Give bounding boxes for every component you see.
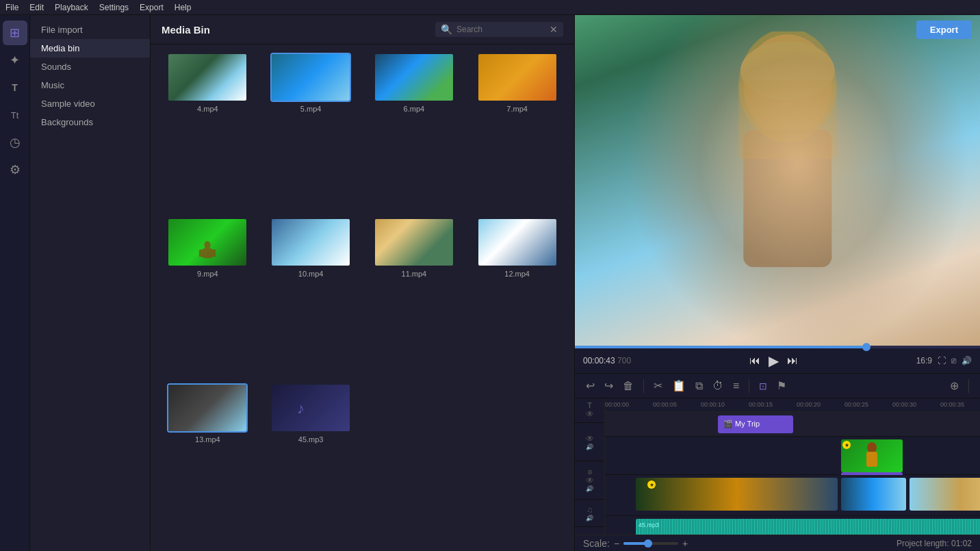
video-clip-group1[interactable] [636,478,838,511]
preview-skip-forward-button[interactable]: ⏭ [787,355,798,367]
svg-rect-9 [738,81,836,159]
svg-point-10 [867,442,877,453]
media-item-13[interactable]: 13.mp4 [159,383,257,543]
toolbar-separator-2 [749,379,749,393]
panel-item-music[interactable]: Music [30,76,150,94]
paste-button[interactable]: 📋 [669,378,688,394]
title-clip-my-trip[interactable]: 🎬 My Trip [718,415,793,433]
ruler-30: 00:00:30 [892,401,916,408]
trim-button[interactable]: ⧉ [693,379,706,394]
menu-help[interactable]: Help [175,3,192,12]
menu-playback[interactable]: Playback [55,3,88,12]
preview-right-controls: 16:9 ⛶ ⎚ 🔊 [916,356,972,366]
align-button[interactable]: ≡ [730,379,742,394]
preview-time: 00:00:43 700 [583,356,631,366]
sidebar-icon-effects[interactable]: ✦ [3,48,27,73]
media-item-12[interactable]: 12.mp4 [468,218,566,377]
media-label-10: 10.mp4 [298,270,324,278]
preview-panel: Export [575,15,980,373]
project-length-label: Project length: [897,539,949,548]
video-clip-group1-inner [636,478,838,511]
media-item-10[interactable]: 10.mp4 [262,218,360,377]
media-label-9: 9.mp4 [197,270,218,278]
scale-slider[interactable] [623,542,678,545]
svg-rect-2 [199,250,204,257]
panel-item-file-import[interactable]: File import [30,21,150,39]
menu-bar: File Edit Playback Settings Export Help [0,0,980,15]
preview-frames: 700 [617,356,631,366]
search-bar: 🔍 ✕ [435,22,563,37]
timeline-area: ↩ ↪ 🗑 ✂ 📋 ⧉ ⏱ ≡ ⊡ ⚑ ⊕ [575,373,980,551]
media-item-11[interactable]: 11.mp4 [365,218,463,377]
menu-file[interactable]: File [5,3,18,12]
media-label-11: 11.mp4 [402,270,427,278]
svg-rect-3 [211,250,216,257]
delete-button[interactable]: 🗑 [620,379,636,394]
overlay-button[interactable]: ⊡ [756,379,770,393]
media-item-4[interactable]: 4.mp4 [159,53,257,212]
svg-rect-6 [743,130,831,268]
media-item-7[interactable]: 7.mp4 [468,53,566,212]
sidebar-icon-text[interactable]: T [3,75,27,100]
right-column: Export [575,15,980,551]
scale-bar: Scale: − + Project length: 01:02 [575,535,980,551]
timeline-tracks-area: 00:00:00 00:00:05 00:00:10 00:00:15 00:0… [605,398,980,535]
main-layout: ⊞ ✦ T Tt ◷ ⚙ File import Media bin Sound… [0,15,980,551]
menu-settings[interactable]: Settings [99,3,129,12]
media-item-9[interactable]: 9.mp4 [159,218,257,377]
media-label-5: 5.mp4 [300,105,322,113]
title-track-eye-icon[interactable]: 👁 [586,409,594,419]
svg-rect-11 [866,452,877,467]
pip-track-label: 👁 🔊 [575,423,604,461]
cut-button[interactable]: ✂ [651,378,665,394]
video-clip-lake[interactable] [841,478,906,511]
sidebar: ⊞ ✦ T Tt ◷ ⚙ [0,15,30,551]
sidebar-icon-tools[interactable]: ⚙ [3,157,27,182]
video-clip-blonde[interactable] [910,478,980,511]
media-item-5[interactable]: 5.mp4 [262,53,360,212]
media-item-45[interactable]: ♪ 45.mp3 [262,383,360,543]
undo-button[interactable]: ↩ [583,378,597,394]
ruler-10: 00:00:10 [701,401,725,408]
preview-play-button[interactable]: ▶ [769,353,779,369]
zoom-out-icon[interactable]: − [614,538,619,549]
media-item-6[interactable]: 6.mp4 [365,53,463,212]
timeline-ruler: 00:00:00 00:00:05 00:00:10 00:00:15 00:0… [605,398,980,412]
redo-button[interactable]: ↪ [602,378,616,394]
flag-button[interactable]: ⚑ [774,378,789,394]
panel-item-sounds[interactable]: Sounds [30,57,150,76]
add-track-icon[interactable]: ⊕ [947,378,962,394]
fullscreen-icon[interactable]: ⛶ [938,356,946,366]
ruler-marks: 00:00:00 00:00:05 00:00:10 00:00:15 00:0… [605,398,980,411]
sidebar-icon-home[interactable]: ⊞ [3,21,27,45]
audio-track-vol-icon[interactable]: 🔊 [586,515,593,522]
menu-edit[interactable]: Edit [29,3,44,12]
video-track-eye-icon[interactable]: 👁 [586,476,594,485]
left-panel: File import Media bin Sounds Music Sampl… [30,15,151,551]
preview-skip-back-button[interactable]: ⏮ [749,355,760,367]
volume-icon[interactable]: 🔊 [962,356,972,366]
zoom-in-icon[interactable]: + [682,538,688,549]
external-display-icon[interactable]: ⎚ [951,356,956,366]
sidebar-icon-font[interactable]: Tt [3,103,27,127]
main-video-track: ★ [605,475,980,516]
search-input[interactable] [456,25,545,34]
pip-track-vol-icon[interactable]: 🔊 [586,444,593,450]
svg-point-7 [740,41,835,100]
menu-export[interactable]: Export [140,3,164,12]
timer-button[interactable]: ⏱ [710,379,726,394]
aspect-ratio-selector[interactable]: 16:9 [916,356,932,366]
panel-item-backgrounds[interactable]: Backgrounds [30,113,150,131]
search-clear-icon[interactable]: ✕ [550,24,558,35]
media-bin-header: Media Bin 🔍 ✕ [151,15,574,44]
panel-item-media-bin[interactable]: Media bin [30,39,150,57]
video-track-settings-icon[interactable]: ⚙ [587,469,593,476]
video-track-label: ⚙ 👁 🔊 [575,461,604,500]
video-track-vol-icon[interactable]: 🔊 [586,485,593,492]
export-button[interactable]: Export [916,21,972,39]
audio-clip-main[interactable]: 45.mp3 [636,519,980,535]
ruler-15: 00:00:15 [749,401,773,408]
sidebar-icon-clock[interactable]: ◷ [3,130,27,155]
panel-item-sample-video[interactable]: Sample video [30,94,150,113]
pip-track-eye-icon[interactable]: 👁 [586,434,594,444]
